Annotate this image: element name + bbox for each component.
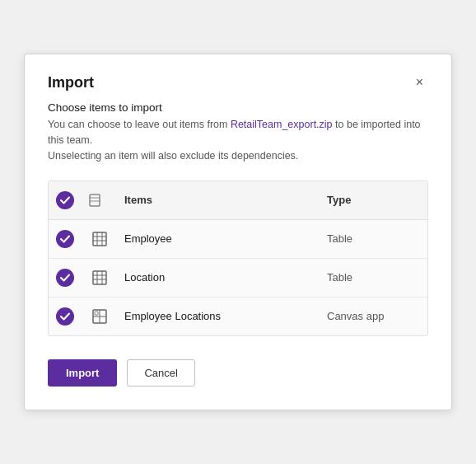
description-prefix: You can choose to leave out items from [48,119,231,130]
dialog-description: You can choose to leave out items from R… [48,117,428,163]
filename-text: RetailTeam_export.zip [231,119,333,130]
svg-rect-8 [93,271,106,284]
svg-rect-3 [93,232,106,246]
row3-icon [82,304,118,329]
table-row: Employee Locations Canvas app [49,298,427,335]
header-check-cell [49,188,82,213]
table-header: Items Type [49,181,427,220]
row2-icon [82,265,118,290]
row3-type: Canvas app [320,305,427,327]
row1-name: Employee [118,227,320,250]
row1-check-icon [56,230,74,248]
description-line2: Unselecting an item will also exclude it… [48,150,298,162]
dialog-header: Import × [48,74,428,91]
row3-check-icon [56,307,74,326]
row3-check-cell[interactable] [49,302,82,330]
import-dialog: Import × Choose items to import You can … [24,54,452,410]
svg-rect-0 [90,195,100,206]
table-row: Employee Table [49,220,427,259]
items-table: Items Type [48,180,428,336]
row3-name: Employee Locations [118,305,320,327]
row2-check-cell[interactable] [49,264,82,292]
cancel-button[interactable]: Cancel [127,359,194,387]
close-button[interactable]: × [411,74,428,91]
row1-icon [82,227,118,251]
row2-name: Location [118,266,320,288]
row2-check-icon [56,269,74,287]
dialog-footer: Import Cancel [48,359,428,387]
header-items-label: Items [118,188,320,213]
svg-rect-16 [95,312,98,315]
import-button[interactable]: Import [48,359,117,387]
row2-type: Table [320,266,427,288]
header-type-label: Type [320,188,427,213]
header-icon-cell [82,188,118,213]
table-row: Location Table [49,259,427,298]
dialog-subtitle: Choose items to import [48,101,428,114]
dialog-title: Import [48,74,94,91]
row1-check-cell[interactable] [49,225,82,253]
row1-type: Table [320,227,427,250]
header-check-icon [56,191,74,209]
